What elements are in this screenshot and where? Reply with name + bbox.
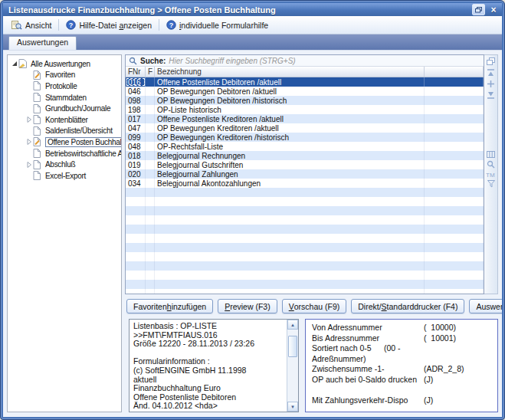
text-mode-icon[interactable]: TM xyxy=(486,171,496,178)
cell-fnr[interactable]: 034 xyxy=(126,179,146,188)
cell-f[interactable] xyxy=(146,151,155,160)
cell-rest[interactable] xyxy=(425,133,484,142)
column-header-bezeichnung[interactable]: Bezeichnung xyxy=(155,67,425,77)
toolbar-button-ansicht[interactable]: Ansicht xyxy=(6,18,56,31)
cell-fnr[interactable]: 198 xyxy=(126,105,146,114)
direkt-standarddrucker-f4-button[interactable]: Direkt/Standarddrucker (F4) xyxy=(351,299,464,313)
tree-item-grundbuch-journale[interactable]: Grundbuch/Journale xyxy=(8,103,121,114)
cell-bez[interactable]: OP Bewegungen Debitoren /aktuell xyxy=(155,87,425,96)
zoom-icon[interactable] xyxy=(487,160,495,169)
cell-fnr[interactable]: 020 xyxy=(126,169,146,179)
cell-bez[interactable]: Belegjournal Gutschriften xyxy=(155,160,425,169)
vorschau-f9-button[interactable]: Vorschau (F9) xyxy=(282,299,347,313)
cell-rest[interactable] xyxy=(425,160,484,169)
cell-rest[interactable] xyxy=(425,123,484,133)
cell-bez[interactable]: Belegjournal Akontozahlungen xyxy=(155,179,425,188)
toolbar-button-individuelle-formularhilfe[interactable]: ?individuelle Formularhilfe xyxy=(162,18,273,31)
cell-rest[interactable] xyxy=(425,142,484,151)
close-button[interactable]: × xyxy=(488,5,499,15)
cell-fnr[interactable]: 048 xyxy=(126,142,146,151)
cell-fnr[interactable]: 047 xyxy=(126,123,146,133)
cell-bez[interactable]: Offene Postenliste Debitoren /aktuell xyxy=(155,77,425,87)
cell-fnr[interactable]: 018 xyxy=(126,151,146,160)
table-row[interactable]: 018Belegjournal Rechnungen xyxy=(126,151,484,160)
table-row[interactable]: 098OP Bewegungen Debitoren /historisch xyxy=(126,96,484,105)
detach-window-icon[interactable] xyxy=(487,57,495,65)
cell-fnr[interactable]: 099 xyxy=(126,133,146,142)
cell-rest[interactable] xyxy=(425,77,484,87)
cell-rest[interactable] xyxy=(425,179,484,188)
table-row[interactable]: 016Offene Postenliste Debitoren /aktuell xyxy=(126,77,484,87)
cell-fnr[interactable]: 019 xyxy=(126,160,146,169)
favoriten-hinzuf-gen-button[interactable]: Favoriten hinzufügen xyxy=(126,299,213,313)
row-move-icon[interactable] xyxy=(487,80,494,87)
row-up-icon[interactable] xyxy=(487,69,494,77)
tree-collapsed-icon[interactable] xyxy=(25,162,33,168)
preview-f3-button[interactable]: Preview (F3) xyxy=(218,299,277,313)
cell-f[interactable] xyxy=(146,133,155,142)
cell-rest[interactable] xyxy=(425,114,484,123)
table-row[interactable]: 046OP Bewegungen Debitoren /aktuell xyxy=(126,87,484,96)
tree-item-abschlu[interactable]: Abschluß xyxy=(8,159,121,170)
cell-f[interactable] xyxy=(146,96,155,105)
tree-item-kontenbl-tter[interactable]: Kontenblätter xyxy=(8,114,121,126)
table-row[interactable]: 034Belegjournal Akontozahlungen xyxy=(126,179,484,188)
tree-item-betriebswirtschaftliche-auswertungen[interactable]: Betriebswirtschaftliche Auswertungen xyxy=(8,148,121,159)
cell-f[interactable] xyxy=(146,160,155,169)
table-row[interactable]: 019Belegjournal Gutschriften xyxy=(126,160,484,169)
cell-fnr[interactable]: 098 xyxy=(126,96,146,105)
scroll-up-icon[interactable]: ▲ xyxy=(287,320,298,330)
tree-collapsed-icon[interactable] xyxy=(25,116,33,123)
cell-bez[interactable]: OP-Rechtsfall-Liste xyxy=(155,142,425,151)
tree-item-saldenliste-bersicht[interactable]: Saldenliste/Übersicht xyxy=(8,126,121,137)
cell-rest[interactable] xyxy=(425,105,484,114)
cell-f[interactable] xyxy=(146,142,155,151)
cell-fnr[interactable]: 016 xyxy=(126,77,146,87)
cell-bez[interactable]: OP Bewegungen Kreditoren /historisch xyxy=(155,133,425,142)
tree-item-offene-posten-buchhaltung[interactable]: Offene Posten Buchhaltung xyxy=(8,136,121,148)
cell-bez[interactable]: OP Bewegungen Debitoren /historisch xyxy=(155,96,425,105)
tree-item-stammdaten[interactable]: Stammdaten xyxy=(8,92,121,103)
column-header-fnr[interactable]: FNr xyxy=(126,67,146,77)
row-down-icon[interactable] xyxy=(487,91,494,99)
info-scrollbar[interactable]: ▲ ▼ xyxy=(287,320,298,412)
cell-bez[interactable]: Belegjournal Zahlungen xyxy=(155,169,425,179)
table-row[interactable]: 099OP Bewegungen Kreditoren /historisch xyxy=(126,133,484,142)
tree-item-excel-export[interactable]: Excel-Export xyxy=(8,170,121,182)
cell-f[interactable] xyxy=(146,169,155,179)
cell-rest[interactable] xyxy=(425,96,484,105)
cell-f[interactable] xyxy=(146,87,155,96)
cell-bez[interactable]: Offene Postenliste Kreditoren /aktuell xyxy=(155,114,425,123)
cell-bez[interactable]: Belegjournal Rechnungen xyxy=(155,151,425,160)
filter-icon[interactable] xyxy=(487,180,495,188)
auswertung-drucken-button[interactable]: Auswertung drucken xyxy=(469,299,502,313)
toolbar-button-hilfe-datei-anzeigen[interactable]: ?Hilfe-Datei anzeigen xyxy=(61,18,156,31)
cell-fnr[interactable]: 017 xyxy=(126,114,146,123)
tab-auswertungen[interactable]: Auswertungen xyxy=(8,36,77,50)
cell-rest[interactable] xyxy=(425,169,484,179)
tree-item-alle-auswertungen[interactable]: Alle Auswertungen xyxy=(8,58,121,70)
cell-f[interactable] xyxy=(146,123,155,133)
tree-expanded-icon[interactable] xyxy=(10,61,18,67)
scroll-down-icon[interactable]: ▼ xyxy=(287,402,298,412)
column-select-icon[interactable] xyxy=(487,151,495,158)
table-row[interactable]: 047OP Bewegungen Kreditoren /aktuell xyxy=(126,123,484,133)
cell-f[interactable] xyxy=(146,179,155,188)
cell-f[interactable] xyxy=(146,77,155,87)
table-row[interactable]: 048OP-Rechtsfall-Liste xyxy=(126,142,484,151)
scroll-thumb[interactable] xyxy=(288,336,297,357)
cell-rest[interactable] xyxy=(425,87,484,96)
title-bar[interactable]: Listenausdrucke Finanzbuchhaltung > Offe… xyxy=(3,3,502,16)
cell-fnr[interactable]: 046 xyxy=(126,87,146,96)
table-row[interactable]: 017Offene Postenliste Kreditoren /aktuel… xyxy=(126,114,484,123)
table-row[interactable]: 198OP-Liste historisch xyxy=(126,105,484,114)
tree-item-favoriten[interactable]: Favoriten xyxy=(8,70,121,81)
table-row[interactable]: 020Belegjournal Zahlungen xyxy=(126,169,484,179)
cell-f[interactable] xyxy=(146,114,155,123)
cell-f[interactable] xyxy=(146,105,155,114)
restore-button[interactable] xyxy=(472,4,485,15)
column-header-f[interactable]: F xyxy=(146,67,155,77)
cell-bez[interactable]: OP-Liste historisch xyxy=(155,105,425,114)
tree-collapsed-icon[interactable] xyxy=(25,139,33,145)
search-bar[interactable]: Suche: Hier Suchbegriff eingeben (STRG+S… xyxy=(126,55,484,67)
